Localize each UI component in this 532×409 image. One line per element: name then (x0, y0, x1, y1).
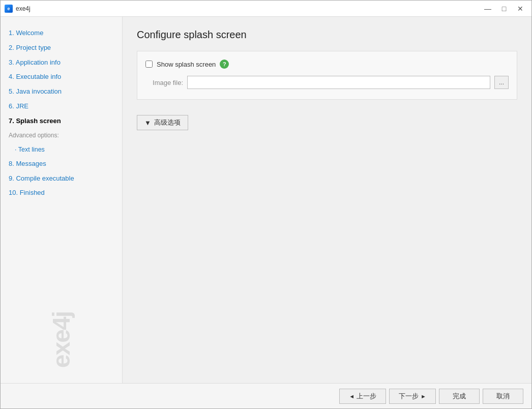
sidebar-nav: 1. Welcome 2. Project type 3. Applicatio… (1, 22, 122, 378)
show-splash-checkbox[interactable] (145, 61, 153, 68)
sidebar-item-application-info[interactable]: 3. Application info (1, 55, 122, 70)
window-title: exe4j (16, 5, 31, 12)
image-file-input[interactable] (187, 76, 490, 89)
sidebar-item-splash-screen[interactable]: 7. Splash screen (1, 114, 122, 129)
footer: ◄ 上一步 下一步 ► 完成 取消 (1, 383, 531, 408)
panel-title: Configure splash screen (137, 29, 517, 41)
sidebar: 1. Welcome 2. Project type 3. Applicatio… (1, 17, 123, 383)
title-bar-controls: — □ ✕ (481, 3, 527, 14)
sidebar-item-text-lines[interactable]: Text lines (1, 142, 122, 157)
finish-button[interactable]: 完成 (439, 389, 480, 404)
prev-arrow-icon: ◄ (349, 393, 354, 399)
cancel-button[interactable]: 取消 (483, 389, 523, 404)
main-window: e exe4j — □ ✕ 1. Welcome 2. Project type… (0, 0, 532, 409)
help-icon[interactable]: ? (220, 60, 229, 69)
maximize-button[interactable]: □ (497, 3, 511, 14)
next-label: 下一步 (399, 392, 419, 401)
content-area: 1. Welcome 2. Project type 3. Applicatio… (1, 17, 531, 383)
close-button[interactable]: ✕ (513, 3, 527, 14)
advanced-arrow-icon: ▼ (144, 119, 151, 127)
image-file-row: Image file: ... (145, 76, 509, 89)
sidebar-item-compile-executable[interactable]: 9. Compile executable (1, 171, 122, 186)
main-panel: Configure splash screen Show splash scre… (123, 17, 531, 383)
sidebar-item-finished[interactable]: 10. Finished (1, 186, 122, 200)
prev-button[interactable]: ◄ 上一步 (339, 389, 386, 404)
advanced-options-button[interactable]: ▼ 高级选项 (137, 115, 188, 130)
sidebar-item-welcome[interactable]: 1. Welcome (1, 26, 122, 41)
image-file-label: Image file: (147, 79, 183, 86)
sidebar-item-messages[interactable]: 8. Messages (1, 157, 122, 171)
sidebar-item-executable-info[interactable]: 4. Executable info (1, 70, 122, 84)
sidebar-item-jre[interactable]: 6. JRE (1, 99, 122, 114)
show-splash-row: Show splash screen ? (145, 60, 509, 69)
finish-label: 完成 (453, 392, 466, 401)
sidebar-advanced-options-label: Advanced options: (1, 129, 122, 142)
show-splash-label[interactable]: Show splash screen (157, 61, 216, 68)
next-arrow-icon: ► (421, 393, 426, 399)
title-bar-left: e exe4j (5, 5, 31, 13)
next-button[interactable]: 下一步 ► (389, 389, 436, 404)
prev-label: 上一步 (357, 392, 376, 401)
sidebar-item-project-type[interactable]: 2. Project type (1, 41, 122, 55)
sidebar-item-java-invocation[interactable]: 5. Java invocation (1, 84, 122, 99)
minimize-button[interactable]: — (481, 3, 495, 14)
browse-button[interactable]: ... (494, 76, 509, 89)
cancel-label: 取消 (496, 392, 510, 401)
form-section: Show splash screen ? Image file: ... (137, 51, 517, 100)
advanced-btn-label: 高级选项 (154, 118, 181, 127)
title-bar: e exe4j — □ ✕ (1, 1, 531, 17)
app-icon: e (5, 5, 13, 13)
